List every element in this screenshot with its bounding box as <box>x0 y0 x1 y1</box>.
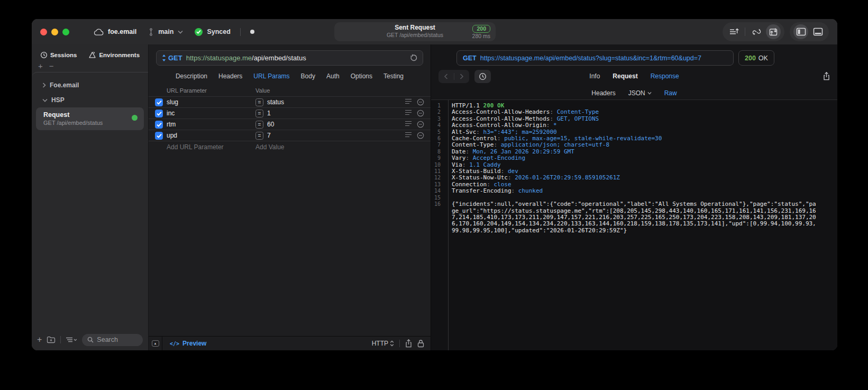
request-tab-url-params[interactable]: URL Params <box>253 72 289 80</box>
close-window-button[interactable] <box>40 29 47 35</box>
param-options-icon[interactable] <box>405 121 412 128</box>
response-subtab-headers[interactable]: Headers <box>591 89 615 97</box>
traffic-lights <box>40 29 69 35</box>
tab-sessions-label: Sessions <box>50 52 77 58</box>
send-receive-icon[interactable] <box>766 24 781 39</box>
tree-item-hsp[interactable]: HSP <box>36 93 144 107</box>
param-name[interactable]: slug <box>167 98 255 106</box>
remove-param-icon[interactable] <box>417 132 424 139</box>
response-status-text: OK <box>759 55 768 62</box>
titlebar-divider <box>240 28 241 36</box>
response-tab-info[interactable]: Info <box>589 72 600 80</box>
layout-bottom-panel-icon[interactable] <box>810 24 825 39</box>
branch-icon <box>148 28 154 36</box>
sync-status[interactable]: Synced <box>207 28 230 35</box>
sidebar: Sessions Environments + − Foe. <box>32 44 149 350</box>
branch-name[interactable]: main <box>158 28 173 35</box>
chevron-right-icon[interactable] <box>42 83 46 88</box>
request-item-subtitle: GET /api/embed/status <box>43 119 138 126</box>
line-number: 2 <box>431 109 445 115</box>
equals-chip: = <box>255 110 263 117</box>
tree-item-foe-email[interactable]: Foe.email <box>36 78 144 93</box>
url-path[interactable]: /api/embed/status <box>252 54 306 62</box>
preview-button[interactable]: </> Preview <box>170 340 206 347</box>
add-session-button[interactable]: + <box>38 62 43 72</box>
refresh-icon[interactable] <box>410 54 417 62</box>
remove-param-icon[interactable] <box>417 98 424 106</box>
add-request-button[interactable]: + <box>37 336 42 343</box>
zoom-window-button[interactable] <box>62 29 69 35</box>
share-icon[interactable] <box>405 339 412 348</box>
param-name[interactable]: inc <box>167 110 255 117</box>
request-order-icon[interactable] <box>726 24 741 39</box>
tab-sessions[interactable]: Sessions <box>40 51 77 59</box>
cloud-icon <box>94 28 104 36</box>
export-response-icon[interactable] <box>823 72 830 80</box>
request-tab-auth[interactable]: Auth <box>326 72 340 80</box>
request-tab-description[interactable]: Description <box>176 72 207 80</box>
chevron-down-icon[interactable] <box>42 98 48 102</box>
response-tab-response[interactable]: Response <box>651 72 679 80</box>
param-checkbox[interactable] <box>155 110 163 117</box>
response-body[interactable]: 1HTTP/1.1 200 OK2Access-Control-Allow-He… <box>431 100 837 350</box>
project-name[interactable]: foe.email <box>108 28 136 35</box>
param-name[interactable]: rtm <box>167 121 255 128</box>
param-options-icon[interactable] <box>405 132 412 139</box>
request-tab-headers[interactable]: Headers <box>218 72 242 80</box>
request-tab-testing[interactable]: Testing <box>383 72 404 80</box>
minimize-window-button[interactable] <box>51 29 58 35</box>
request-method[interactable]: GET <box>168 54 182 62</box>
url-host[interactable]: https://statuspage.me <box>186 54 252 62</box>
history-clock-button[interactable] <box>474 70 491 83</box>
params-add-row[interactable]: Add URL Parameter Add Value <box>149 141 431 153</box>
new-folder-icon[interactable] <box>47 336 56 343</box>
param-checkbox[interactable] <box>155 98 163 106</box>
lock-icon[interactable] <box>417 339 424 348</box>
sent-request-title: Sent Request <box>340 24 490 32</box>
param-name[interactable]: upd <box>167 132 255 139</box>
preview-label: Preview <box>182 340 206 347</box>
param-checkbox[interactable] <box>155 132 163 140</box>
protocol-selector[interactable]: HTTP <box>372 340 394 347</box>
remove-session-button[interactable]: − <box>49 62 54 72</box>
remove-param-icon[interactable] <box>417 121 424 128</box>
collapse-panel-button[interactable]: ▲ <box>149 337 162 350</box>
environments-icon <box>88 51 96 59</box>
dynamic-values-icon[interactable] <box>749 24 764 39</box>
param-value[interactable]: =1 <box>255 110 400 117</box>
param-options-icon[interactable] <box>405 110 412 117</box>
request-tab-options[interactable]: Options <box>351 72 372 80</box>
request-url-bar[interactable]: GET https://statuspage.me/api/embed/stat… <box>156 50 423 66</box>
back-icon[interactable] <box>444 74 448 79</box>
add-param-placeholder[interactable]: Add URL Parameter <box>167 143 255 151</box>
request-actions-group <box>723 22 784 41</box>
param-value[interactable]: =status <box>255 98 400 106</box>
response-tab-request[interactable]: Request <box>613 72 637 80</box>
equals-chip: = <box>255 132 263 140</box>
response-subtab-json[interactable]: JSON <box>628 89 652 97</box>
param-value[interactable]: =7 <box>255 132 400 140</box>
param-checkbox[interactable] <box>155 121 163 129</box>
sidebar-request-item[interactable]: Request GET /api/embed/status <box>36 107 144 130</box>
request-duration: 280 ms <box>472 33 490 39</box>
line-number: 1 <box>431 103 445 109</box>
response-url-box[interactable]: GET https://statuspage.me/api/embed/stat… <box>456 50 734 66</box>
forward-icon[interactable] <box>460 74 464 79</box>
sent-request-summary[interactable]: Sent Request GET /api/embed/status 200 2… <box>334 22 496 41</box>
line-number: 9 <box>431 155 445 161</box>
layout-left-panel-icon[interactable] <box>793 24 808 39</box>
param-value[interactable]: =60 <box>255 121 400 129</box>
param-options-icon[interactable] <box>405 98 412 106</box>
request-footer: ▲ </> Preview HTTP <box>149 336 431 350</box>
chevron-down-icon[interactable] <box>178 30 183 34</box>
request-tab-body[interactable]: Body <box>301 72 315 80</box>
tab-environments[interactable]: Environments <box>88 51 140 59</box>
response-url: https://statuspage.me/api/embed/status?s… <box>480 55 701 62</box>
sidebar-search-input[interactable]: Search <box>82 334 143 346</box>
response-subtab-raw[interactable]: Raw <box>664 89 677 97</box>
response-lines: 1HTTP/1.1 200 OK2Access-Control-Allow-He… <box>431 103 837 234</box>
add-value-placeholder[interactable]: Add Value <box>255 143 400 151</box>
method-selector-icon[interactable] <box>162 55 166 61</box>
remove-param-icon[interactable] <box>417 110 424 117</box>
sort-options-icon[interactable] <box>66 337 77 343</box>
